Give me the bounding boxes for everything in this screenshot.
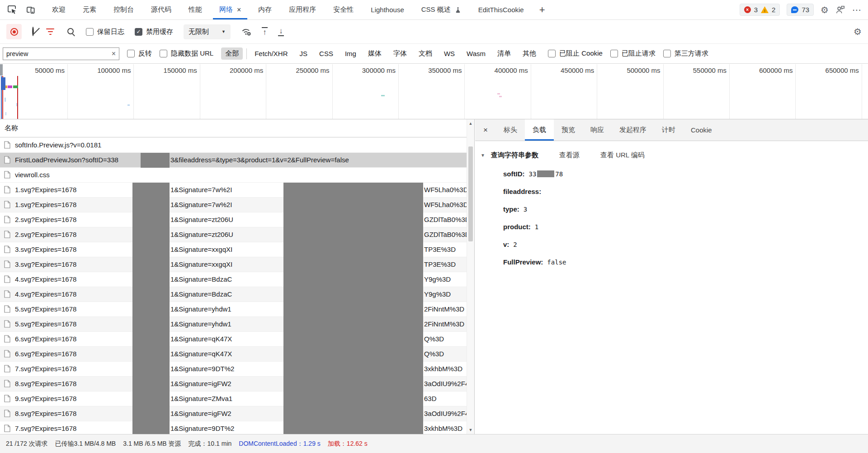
scrollbar-thumb[interactable] (468, 146, 473, 241)
request-row[interactable]: 3.svg?Expires=1678 1&Signature=xxgqXI TP… (0, 257, 467, 272)
request-row[interactable]: FirstLoadPreviewJson?softID=338 3&filead… (0, 153, 467, 168)
close-details-icon[interactable]: × (475, 119, 496, 141)
invert-checkbox[interactable] (127, 50, 135, 57)
third-party-checkbox[interactable] (663, 50, 671, 57)
details-tab[interactable]: 负载 (525, 119, 554, 141)
import-har-icon[interactable]: ↑ (262, 27, 268, 36)
request-row[interactable]: 8.svg?Expires=1678 1&Signature=igFW2 3aO… (0, 377, 467, 392)
scroll-up-icon[interactable]: ▲ (467, 121, 474, 126)
close-tab-icon[interactable]: × (237, 6, 241, 14)
request-row[interactable]: softInfo.Preview.js?v=0.0181 (0, 138, 467, 153)
clear-filter-icon[interactable]: × (112, 50, 116, 58)
preserve-log-checkbox[interactable] (86, 28, 94, 36)
resource-type-filter[interactable]: 清单 (493, 47, 515, 60)
details-tab[interactable]: 预览 (554, 119, 583, 141)
preserve-log-control[interactable]: 保留日志 (86, 28, 124, 36)
clear-button[interactable] (32, 28, 34, 36)
resource-type-filter[interactable]: Img (341, 48, 360, 59)
request-row[interactable]: 2.svg?Expires=1678 1&Signature=zt206U GZ… (0, 227, 467, 242)
inspect-element-icon[interactable] (7, 5, 17, 14)
request-row[interactable]: 5.svg?Expires=1678 1&Signature=yhdw1 2Fi… (0, 317, 467, 332)
request-row[interactable]: 4.svg?Expires=1678 1&Signature=BdzaC Y9g… (0, 272, 467, 287)
details-tab[interactable]: 发起程序 (612, 119, 654, 141)
name-column-header[interactable]: 名称 (0, 119, 474, 137)
view-source-link[interactable]: 查看源 (559, 151, 580, 160)
view-url-encoded-link[interactable]: 查看 URL 编码 (600, 151, 645, 160)
panel-tab[interactable]: 欢迎 (43, 0, 74, 19)
section-title[interactable]: 查询字符串参数 (491, 151, 538, 160)
details-tab[interactable]: Cookie (683, 119, 720, 141)
filter-input-box[interactable]: × (3, 47, 119, 60)
blocked-cookies-checkbox[interactable] (548, 50, 556, 57)
resource-type-filter[interactable]: JS (296, 48, 312, 59)
panel-tab[interactable]: Lighthouse (362, 0, 412, 19)
request-row[interactable]: 9.svg?Expires=1678 1&Signature=ZMva1 63D (0, 392, 467, 406)
details-tab[interactable]: 计时 (654, 119, 683, 141)
network-settings-gear-icon[interactable]: ⚙ (854, 27, 862, 36)
record-button[interactable] (6, 24, 22, 39)
panel-tab[interactable]: CSS 概述 (413, 0, 470, 19)
resource-type-filter[interactable]: 其他 (519, 47, 540, 60)
resource-type-filter[interactable]: 媒体 (364, 47, 386, 60)
hide-data-url-checkbox[interactable] (160, 50, 167, 57)
panel-tab[interactable]: 应用程序 (280, 0, 325, 19)
third-party-control[interactable]: 第三方请求 (663, 49, 708, 58)
network-overview-strip[interactable]: 50000 ms100000 ms150000 ms200000 ms25000… (0, 64, 868, 119)
throttling-select[interactable]: 无限制 ▼ (184, 24, 231, 39)
resource-type-filter[interactable]: CSS (315, 48, 337, 59)
blocked-cookies-control[interactable]: 已阻止 Cookie (548, 49, 603, 58)
disable-cache-control[interactable]: ✓ 禁用缓存 (135, 28, 173, 36)
resource-type-filter[interactable]: 文档 (415, 47, 436, 60)
settings-gear-icon[interactable]: ⚙ (821, 5, 829, 14)
request-row[interactable]: viewroll.css (0, 168, 467, 183)
panel-tab[interactable]: 安全性 (325, 0, 362, 19)
details-tab[interactable]: 标头 (496, 119, 525, 141)
more-options-icon[interactable]: ⋯ (852, 5, 862, 14)
blocked-requests-checkbox[interactable] (610, 50, 618, 57)
export-har-icon[interactable]: ↓ (278, 27, 284, 36)
feedback-icon[interactable] (835, 5, 845, 14)
panel-tab[interactable]: 性能 (180, 0, 211, 19)
request-row[interactable]: 1.svg?Expires=1678 1&Signature=7w%2I WF5… (0, 198, 467, 212)
network-conditions-icon[interactable] (241, 27, 251, 37)
scroll-down-icon[interactable]: ▼ (467, 428, 474, 432)
hide-data-url-control[interactable]: 隐藏数据 URL (160, 49, 213, 58)
invert-control[interactable]: 反转 (127, 49, 152, 58)
search-icon[interactable] (66, 27, 75, 36)
device-toolbar-icon[interactable] (26, 5, 35, 14)
blocked-requests-control[interactable]: 已阻止请求 (610, 49, 656, 58)
resource-type-filter[interactable]: 全部 (221, 47, 243, 60)
request-row[interactable]: 7.svg?Expires=1678 1&Signature=9DT%2 3xk… (0, 421, 467, 434)
panel-tab[interactable]: 元素 (74, 0, 105, 19)
disable-cache-checkbox[interactable]: ✓ (135, 28, 142, 36)
request-row[interactable]: 6.svg?Expires=1678 1&Signature=qK47X Q%3… (0, 347, 467, 362)
request-row[interactable]: 2.svg?Expires=1678 1&Signature=zt206U GZ… (0, 212, 467, 227)
disclosure-triangle-icon[interactable]: ▼ (481, 153, 491, 158)
request-row[interactable]: 3.svg?Expires=1678 1&Signature=xxgqXI TP… (0, 242, 467, 257)
request-row[interactable]: 4.svg?Expires=1678 1&Signature=BdzaC Y9g… (0, 287, 467, 302)
panel-tab[interactable]: 控制台 (105, 0, 142, 19)
resource-type-filter[interactable]: Wasm (462, 48, 490, 59)
panel-tab[interactable]: EditThisCookie (470, 0, 533, 19)
resource-type-filter[interactable]: Fetch/XHR (250, 48, 292, 59)
panel-tab[interactable]: 源代码 (142, 0, 180, 19)
request-name-part: 2FiNntM%3D (424, 302, 464, 316)
request-row[interactable]: 8.svg?Expires=1678 1&Signature=igFW2 3aO… (0, 406, 467, 421)
request-row[interactable]: 6.svg?Expires=1678 1&Signature=qK47X Q%3… (0, 332, 467, 347)
more-tools-button[interactable]: + (533, 0, 552, 19)
filter-input[interactable] (6, 50, 112, 57)
details-tab[interactable]: 响应 (583, 119, 612, 141)
request-details-pane: × 标头负载预览响应发起程序计时Cookie ▼ 查询字符串参数 查看源 查看 … (475, 119, 868, 434)
panel-tab[interactable]: 内存 (250, 0, 280, 19)
request-row[interactable]: 5.svg?Expires=1678 1&Signature=yhdw1 2Fi… (0, 302, 467, 317)
panel-tab[interactable]: 网络 × (211, 0, 250, 19)
request-row[interactable]: 7.svg?Expires=1678 1&Signature=9DT%2 3xk… (0, 362, 467, 377)
filter-icon[interactable] (44, 27, 56, 37)
resource-type-filter[interactable]: 字体 (389, 47, 411, 60)
errors-warnings-badge[interactable]: × 3 ! 2 (740, 4, 780, 16)
request-row[interactable]: 1.svg?Expires=1678 1&Signature=7w%2I WF5… (0, 183, 467, 198)
resource-type-filter[interactable]: WS (440, 48, 459, 59)
issues-badge[interactable]: 73 (787, 4, 814, 16)
status-segment: 加载：12.62 s (328, 440, 368, 448)
list-scrollbar[interactable]: ▲ ▼ (467, 119, 474, 434)
